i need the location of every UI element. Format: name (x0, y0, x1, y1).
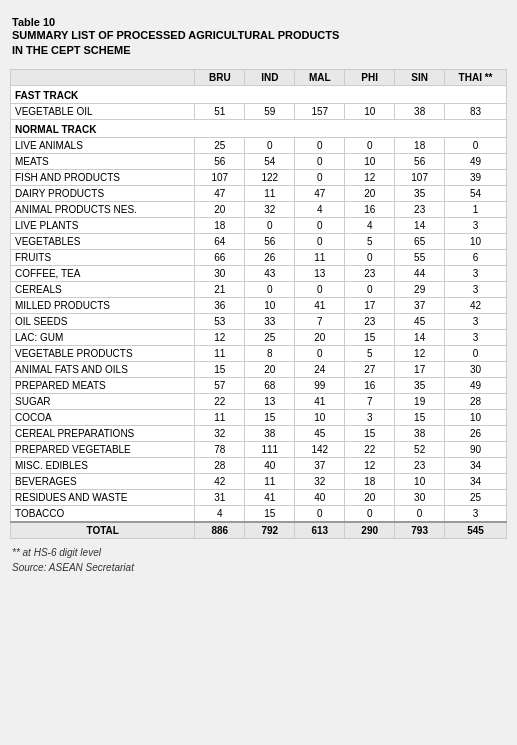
page-container: Table 10 SUMMARY LIST OF PROCESSED AGRIC… (10, 10, 507, 581)
row-value: 0 (295, 233, 345, 249)
row-value: 142 (295, 441, 345, 457)
row-value: 0 (295, 505, 345, 522)
row-value: 64 (195, 233, 245, 249)
table-row: OIL SEEDS5333723453 (11, 313, 507, 329)
table-number: Table 10 (12, 16, 505, 28)
row-value: 5 (345, 345, 395, 361)
row-value: 10 (445, 233, 507, 249)
table-row: LAC: GUM12252015143 (11, 329, 507, 345)
row-label: FRUITS (11, 249, 195, 265)
row-label: MILLED PRODUCTS (11, 297, 195, 313)
table-row: LIVE PLANTS18004143 (11, 217, 507, 233)
row-value: 18 (195, 217, 245, 233)
table-row: VEGETABLE PRODUCTS11805120 (11, 345, 507, 361)
row-value: 26 (245, 249, 295, 265)
row-value: 57 (195, 377, 245, 393)
row-value: 0 (295, 169, 345, 185)
row-value: 13 (245, 393, 295, 409)
row-value: 31 (195, 489, 245, 505)
row-value: 1 (445, 201, 507, 217)
table-row: PREPARED VEGETABLE78111142225290 (11, 441, 507, 457)
row-value: 78 (195, 441, 245, 457)
row-value: 29 (395, 281, 445, 297)
col-header-label (11, 69, 195, 85)
row-value: 34 (445, 457, 507, 473)
row-value: 51 (195, 103, 245, 119)
row-value: 49 (445, 153, 507, 169)
row-value: 111 (245, 441, 295, 457)
row-value: 4 (195, 505, 245, 522)
row-value: 20 (245, 361, 295, 377)
row-value: 68 (245, 377, 295, 393)
row-value: 34 (445, 473, 507, 489)
row-value: 65 (395, 233, 445, 249)
table-row: MISC. EDIBLES284037122334 (11, 457, 507, 473)
row-value: 20 (345, 489, 395, 505)
row-value: 25 (195, 137, 245, 153)
row-value: 157 (295, 103, 345, 119)
row-value: 15 (345, 425, 395, 441)
row-value: 10 (245, 297, 295, 313)
row-value: 39 (445, 169, 507, 185)
row-value: 3 (445, 217, 507, 233)
total-value: 886 (195, 522, 245, 539)
row-label: CEREALS (11, 281, 195, 297)
row-value: 37 (295, 457, 345, 473)
row-value: 27 (345, 361, 395, 377)
row-value: 59 (245, 103, 295, 119)
row-value: 14 (395, 329, 445, 345)
row-label: OIL SEEDS (11, 313, 195, 329)
row-label: ANIMAL PRODUCTS NES. (11, 201, 195, 217)
row-value: 32 (195, 425, 245, 441)
row-value: 4 (345, 217, 395, 233)
row-value: 4 (295, 201, 345, 217)
section-header-row: NORMAL TRACK (11, 119, 507, 137)
total-label: TOTAL (11, 522, 195, 539)
row-value: 5 (345, 233, 395, 249)
total-row: TOTAL886792613290793545 (11, 522, 507, 539)
row-label: BEVERAGES (11, 473, 195, 489)
row-label: PREPARED VEGETABLE (11, 441, 195, 457)
row-value: 23 (395, 201, 445, 217)
row-label: VEGETABLES (11, 233, 195, 249)
row-value: 47 (295, 185, 345, 201)
row-value: 0 (295, 153, 345, 169)
row-value: 0 (345, 249, 395, 265)
row-value: 20 (195, 201, 245, 217)
row-value: 10 (345, 153, 395, 169)
row-value: 0 (245, 281, 295, 297)
row-value: 15 (395, 409, 445, 425)
row-value: 107 (195, 169, 245, 185)
row-value: 53 (195, 313, 245, 329)
row-value: 37 (395, 297, 445, 313)
row-value: 15 (195, 361, 245, 377)
table-title: SUMMARY LIST OF PROCESSED AGRICULTURAL P… (12, 28, 505, 59)
row-label: CEREAL PREPARATIONS (11, 425, 195, 441)
title-section: Table 10 SUMMARY LIST OF PROCESSED AGRIC… (10, 10, 507, 69)
row-value: 52 (395, 441, 445, 457)
table-row: CEREAL PREPARATIONS323845153826 (11, 425, 507, 441)
table-row: VEGETABLE OIL5159157103883 (11, 103, 507, 119)
col-header-mal: MAL (295, 69, 345, 85)
table-row: SUGAR22134171928 (11, 393, 507, 409)
row-value: 12 (195, 329, 245, 345)
table-row: ANIMAL PRODUCTS NES.2032416231 (11, 201, 507, 217)
row-value: 24 (295, 361, 345, 377)
row-value: 32 (245, 201, 295, 217)
row-value: 55 (395, 249, 445, 265)
row-value: 38 (395, 425, 445, 441)
row-value: 7 (295, 313, 345, 329)
row-value: 18 (395, 137, 445, 153)
row-value: 11 (195, 409, 245, 425)
row-value: 15 (245, 505, 295, 522)
table-row: FRUITS6626110556 (11, 249, 507, 265)
row-label: MEATS (11, 153, 195, 169)
table-row: ANIMAL FATS AND OILS152024271730 (11, 361, 507, 377)
row-value: 45 (295, 425, 345, 441)
row-value: 54 (445, 185, 507, 201)
row-value: 43 (245, 265, 295, 281)
row-value: 45 (395, 313, 445, 329)
table-row: LIVE ANIMALS25000180 (11, 137, 507, 153)
row-value: 23 (395, 457, 445, 473)
row-value: 40 (295, 489, 345, 505)
